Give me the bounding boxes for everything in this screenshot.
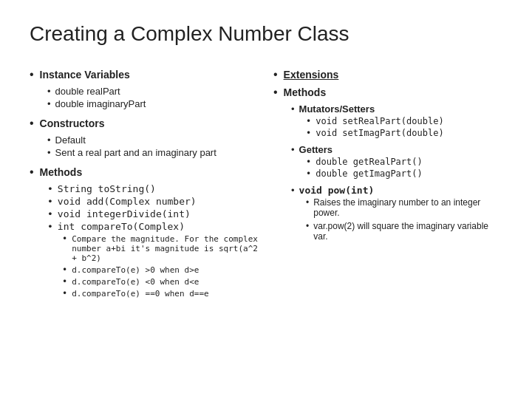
- list-item: • double getImagPart(): [306, 168, 502, 179]
- compare-to-details: • Compare the magnitude. For the complex…: [62, 233, 259, 299]
- mutators-header: • Mutators/Setters: [291, 103, 502, 115]
- item-text: double imaginaryPart: [55, 98, 146, 109]
- pow-label: void pow(int): [299, 185, 375, 196]
- list-item: • double getRealPart(): [306, 157, 502, 167]
- list-item: • Sent a real part and an imaginary part: [47, 147, 259, 158]
- item-text: d.compareTo(e) <0 when d<e: [72, 277, 199, 287]
- item-text: Compare the magnitude. For the complex n…: [72, 234, 259, 263]
- page-title: Creating a Complex Number Class: [30, 22, 502, 46]
- list-item: • void integerDivide(int): [47, 208, 259, 219]
- item-text: double getImagPart(): [316, 168, 423, 179]
- item-text: d.compareTo(e) >0 when d>e: [72, 265, 199, 275]
- list-item: • String toString(): [47, 183, 259, 194]
- getters-section: • Getters • double getRealPart() • doubl…: [291, 144, 502, 179]
- constructors-items: • Default • Sent a real part and an imag…: [47, 134, 259, 158]
- item-text: void add(Complex number): [58, 196, 197, 207]
- right-column: • Extensions • Methods • Mutators/Setter…: [273, 68, 502, 377]
- item-text: void setImagPart(double): [316, 128, 443, 138]
- item-text: double getRealPart(): [316, 157, 423, 167]
- methods-section: • Methods • String toString() • void add…: [30, 166, 259, 299]
- list-item: • int compareTo(Complex): [47, 221, 259, 232]
- methods-header: • Methods: [30, 166, 259, 179]
- pow-section: • void pow(int) • Raises the imaginary n…: [291, 185, 502, 242]
- list-item: • void setImagPart(double): [306, 128, 502, 138]
- bullet-dot: •: [273, 86, 278, 99]
- bullet-dot: •: [30, 166, 34, 179]
- list-item: • var.pow(2) will square the imaginary v…: [306, 221, 502, 242]
- pow-items: • Raises the imaginary number to an inte…: [306, 197, 502, 242]
- item-text: var.pow(2) will square the imaginary var…: [313, 221, 502, 242]
- pow-header: • void pow(int): [291, 185, 502, 196]
- list-item: • Raises the imaginary number to an inte…: [306, 197, 502, 218]
- left-column: • Instance Variables • double realPart •…: [30, 68, 259, 377]
- slide: Creating a Complex Number Class • Instan…: [0, 0, 532, 399]
- list-item: • void setRealPart(double): [306, 116, 502, 126]
- getters-header: • Getters: [291, 144, 502, 155]
- list-item: • d.compareTo(e) <0 when d<e: [62, 276, 259, 287]
- item-text: Sent a real part and an imaginary part: [55, 147, 216, 158]
- right-methods-section: • Methods • Mutators/Setters • void setR…: [273, 86, 502, 242]
- item-text: d.compareTo(e) ==0 when d==e: [72, 289, 208, 299]
- list-item: • Compare the magnitude. For the complex…: [62, 233, 259, 263]
- instance-variables-label: Instance Variables: [40, 69, 130, 81]
- content-area: • Instance Variables • double realPart •…: [30, 68, 502, 377]
- methods-label: Methods: [40, 166, 83, 178]
- item-text: Default: [55, 134, 86, 146]
- getters-label: Getters: [299, 144, 333, 155]
- list-item: • void add(Complex number): [47, 196, 259, 207]
- item-text: void setRealPart(double): [316, 116, 443, 126]
- list-item: • double imaginaryPart: [47, 98, 259, 109]
- methods-items: • String toString() • void add(Complex n…: [47, 183, 259, 299]
- instance-variables-section: • Instance Variables • double realPart •…: [30, 68, 259, 109]
- mutators-items: • void setRealPart(double) • void setIma…: [306, 116, 502, 138]
- item-text: String toString(): [58, 183, 156, 194]
- bullet-dot: •: [30, 117, 34, 130]
- constructors-label: Constructors: [40, 117, 105, 129]
- list-item: • Default: [47, 134, 259, 146]
- extensions-label: Extensions: [284, 69, 339, 81]
- list-item: • double realPart: [47, 86, 259, 97]
- bullet-dot: •: [30, 68, 34, 81]
- extensions-header: • Extensions: [273, 68, 502, 81]
- item-text: void integerDivide(int): [58, 208, 191, 219]
- mutators-section: • Mutators/Setters • void setRealPart(do…: [291, 103, 502, 138]
- constructors-header: • Constructors: [30, 117, 259, 130]
- instance-variables-header: • Instance Variables: [30, 68, 259, 81]
- item-text: int compareTo(Complex): [58, 221, 185, 232]
- mutators-label: Mutators/Setters: [299, 103, 375, 115]
- bullet-dot: •: [273, 68, 278, 81]
- instance-variables-items: • double realPart • double imaginaryPart: [47, 86, 259, 109]
- list-item: • d.compareTo(e) >0 when d>e: [62, 265, 259, 275]
- right-methods-header: • Methods: [273, 86, 502, 99]
- list-item: • d.compareTo(e) ==0 when d==e: [62, 288, 259, 299]
- item-text: Raises the imaginary number to an intege…: [313, 197, 502, 218]
- right-methods-label: Methods: [284, 86, 327, 98]
- constructors-section: • Constructors • Default • Sent a real p…: [30, 117, 259, 158]
- extensions-section: • Extensions: [273, 68, 502, 81]
- getters-items: • double getRealPart() • double getImagP…: [306, 157, 502, 179]
- item-text: double realPart: [55, 86, 120, 97]
